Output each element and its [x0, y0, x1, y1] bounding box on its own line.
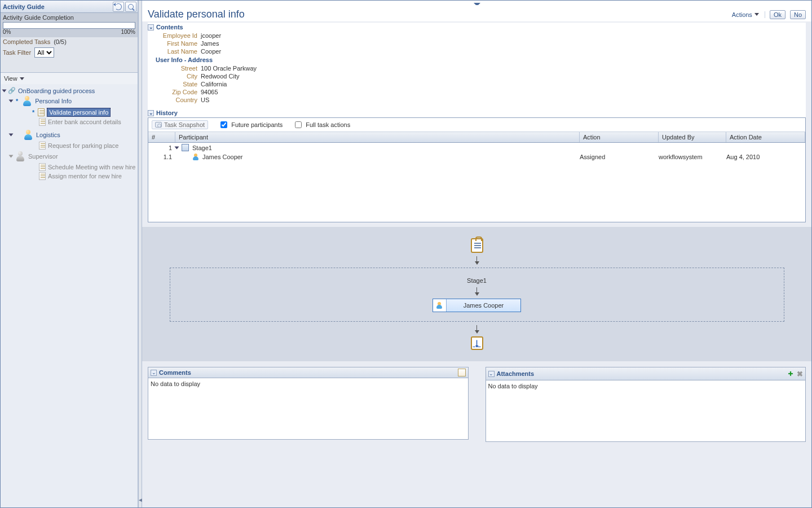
attachments-title: Attachments	[497, 370, 785, 377]
tree-item-validate-personal-info[interactable]: * Validate personal info	[3, 107, 138, 117]
chevron-down-icon	[20, 77, 24, 80]
page-title: Validate personal info	[148, 8, 245, 20]
task-filter-select[interactable]: All	[34, 47, 54, 58]
tree-group-logistics[interactable]: Logistics	[3, 129, 138, 141]
street-label: Street	[156, 65, 201, 72]
no-button[interactable]: No	[790, 10, 806, 19]
city-label: City	[156, 73, 201, 80]
row-action-date: Aug 4, 2010	[726, 154, 805, 160]
collapse-icon[interactable]: ⌄	[148, 24, 154, 30]
add-attachment-button[interactable]: ＋	[787, 369, 795, 379]
chevron-down-icon	[754, 13, 759, 16]
remove-attachment-button[interactable]: ✖	[797, 370, 803, 378]
tree-group-label: Logistics	[36, 132, 60, 138]
future-participants-label: Future participants	[231, 121, 283, 128]
search-icon	[128, 4, 134, 10]
tree-item-enter-bank-details[interactable]: Enter bank account details	[3, 117, 138, 126]
refresh-button[interactable]	[113, 2, 124, 12]
participant-box[interactable]: James Cooper	[433, 299, 522, 312]
tree-group-supervisor[interactable]: Supervisor	[3, 150, 138, 163]
future-participants-toggle[interactable]: Future participants	[218, 120, 283, 130]
zip-label: Zip Code	[156, 89, 201, 95]
collapse-top[interactable]	[142, 1, 811, 5]
full-task-actions-toggle[interactable]: Full task actions	[293, 120, 350, 130]
person-icon	[21, 95, 33, 107]
attachments-panel: ⌄ Attachments ＋ ✖ No data to display	[486, 367, 806, 442]
task-icon	[39, 163, 46, 171]
stage-icon	[182, 144, 189, 151]
tree-root[interactable]: 🔗 OnBoarding guided process	[3, 86, 138, 95]
full-task-actions-checkbox[interactable]	[295, 121, 302, 128]
view-menu[interactable]: View	[1, 72, 138, 84]
tree-item-label: Request for parking place	[48, 142, 118, 149]
tree-item-assign-mentor[interactable]: Assign mentor for new hire	[3, 172, 138, 181]
expand-icon	[9, 134, 14, 137]
row-num: 1	[148, 144, 175, 151]
tree-group-personal-info[interactable]: * Personal Info	[3, 95, 138, 107]
expand-icon	[9, 155, 14, 158]
stage-container: Stage1 James Cooper	[170, 268, 784, 322]
camera-icon	[155, 122, 162, 128]
tree-item-label: Validate personal info	[47, 108, 111, 117]
tree-item-schedule-meeting[interactable]: Schedule Meeting with new hire	[3, 163, 138, 172]
street-value: 100 Oracle Parkway	[201, 65, 257, 72]
tree-item-parking[interactable]: Request for parking place	[3, 141, 138, 150]
tree-item-label: Enter bank account details	[48, 119, 121, 125]
arrow-down-icon	[476, 287, 477, 295]
task-start-icon	[471, 238, 483, 253]
person-icon	[436, 302, 443, 309]
search-button[interactable]	[125, 2, 136, 12]
workflow-diagram: Stage1 James Cooper ⭣	[142, 227, 811, 361]
task-snapshot-button[interactable]: Task Snapshot	[152, 120, 208, 129]
task-filter-label: Task Filter	[3, 49, 31, 56]
row-action: Assigned	[580, 154, 659, 160]
row-participant: Stage1	[192, 144, 212, 151]
last-name-label: Last Name	[156, 48, 201, 55]
download-arrow-icon: ⭣	[473, 339, 481, 348]
actions-menu[interactable]: Actions	[732, 11, 765, 18]
tree-item-label: Assign mentor for new hire	[48, 173, 122, 179]
city-value: Redwood City	[201, 73, 239, 80]
history-table: Task Snapshot Future participants Full t…	[148, 117, 806, 222]
comments-title: Comments	[159, 369, 456, 376]
collapse-icon[interactable]: ⌄	[151, 370, 157, 376]
expand-icon[interactable]	[175, 146, 179, 149]
history-row-stage[interactable]: 1 Stage1	[148, 143, 805, 152]
collapse-icon[interactable]: ⌄	[488, 371, 495, 377]
expand-icon	[2, 89, 7, 92]
contents-heading: Contents	[156, 24, 183, 30]
task-icon	[38, 108, 45, 116]
col-action-date: Action Date	[726, 132, 805, 142]
actions-label: Actions	[732, 11, 752, 18]
tree-item-label: Schedule Meeting with new hire	[48, 164, 135, 170]
splitter[interactable]	[139, 1, 142, 507]
task-snapshot-label: Task Snapshot	[164, 121, 205, 128]
full-task-actions-label: Full task actions	[306, 121, 350, 128]
future-participants-checkbox[interactable]	[220, 121, 227, 128]
person-icon	[23, 129, 34, 141]
completion-label: Activity Guide Completion	[3, 14, 135, 22]
employee-id-label: Employee Id	[156, 32, 201, 39]
history-row-person[interactable]: 1.1 James Cooper Assigned workflowsystem…	[148, 152, 805, 161]
add-comment-button[interactable]	[458, 369, 466, 376]
state-value: California	[201, 81, 227, 87]
task-icon	[39, 118, 46, 126]
required-indicator: *	[15, 98, 19, 104]
col-number: #	[148, 132, 175, 142]
tree-group-label: Supervisor	[28, 153, 58, 160]
tree-group-label: Personal Info	[35, 98, 72, 104]
expand-icon	[9, 100, 14, 103]
person-icon	[192, 154, 199, 160]
arrow-down-icon	[476, 325, 477, 333]
collapse-icon[interactable]: ⌄	[148, 110, 154, 116]
tree-root-label: OnBoarding guided process	[18, 87, 95, 94]
col-participant: Participant	[175, 132, 580, 142]
ok-button[interactable]: Ok	[770, 10, 785, 19]
row-num: 1.1	[148, 154, 175, 160]
progress-0: 0%	[3, 29, 11, 35]
comments-panel: ⌄ Comments No data to display	[148, 367, 469, 442]
comments-body: No data to display	[148, 378, 469, 440]
task-icon	[39, 172, 46, 180]
progress-bar	[3, 22, 135, 29]
first-name-value: James	[201, 40, 219, 47]
